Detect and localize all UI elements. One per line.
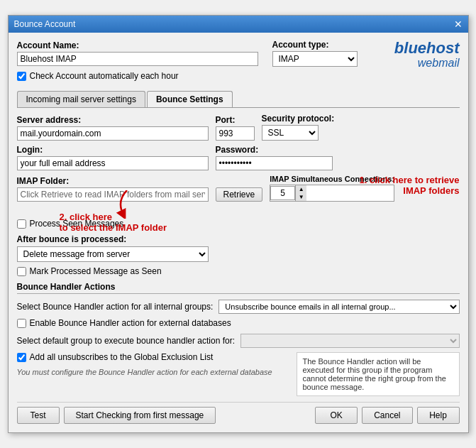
enable-external-label: Enable Bounce Handler action for externa… [30, 318, 231, 328]
close-button[interactable]: ✕ [454, 18, 463, 30]
header-row: Account Name: Account type: IMAP POP3 Ch… [17, 40, 460, 87]
imap-simultaneous-wrapper: ▲ ▼ [270, 185, 394, 202]
tab-bar: Incoming mail server settings Bounce Set… [17, 91, 460, 108]
ok-button[interactable]: OK [315, 407, 358, 424]
help-button[interactable]: Help [417, 407, 460, 424]
retrieve-button[interactable]: Retrieve [216, 187, 263, 202]
after-bounce-label: After bounce is processed: [17, 234, 460, 244]
imap-sim-col: IMAP Simultaneous Connections: ▲ ▼ [270, 175, 394, 202]
add-unsubscribes-row: Add all unsubscribes to the Global Exclu… [17, 352, 289, 362]
login-input[interactable] [17, 156, 209, 170]
process-seen-label: Process Seen Messages [30, 219, 124, 229]
check-auto-row: Check Account automatically each hour [17, 71, 394, 81]
imap-folder-label: IMAP Folder: [17, 176, 209, 186]
spin-up-button[interactable]: ▲ [295, 185, 306, 193]
mark-processed-label: Mark Processed Message as Seen [30, 266, 162, 276]
bottom-section: Add all unsubscribes to the Global Exclu… [17, 352, 460, 396]
disclaimer-text: You must configure the Bounce Handler ac… [17, 368, 289, 376]
tab-content: Server address: Port: Security protocol:… [17, 114, 460, 396]
bottom-left: Add all unsubscribes to the Global Exclu… [17, 352, 289, 396]
server-address-label: Server address: [17, 115, 209, 125]
cancel-button[interactable]: Cancel [362, 407, 412, 424]
footer-buttons: Test Start Checking from first message O… [17, 402, 460, 427]
brand-logo: bluehost webmail [394, 40, 460, 70]
process-seen-row: Process Seen Messages [17, 219, 460, 229]
account-name-row: Account Name: Account type: IMAP POP3 [17, 40, 394, 67]
footer-left-buttons: Test Start Checking from first message [17, 407, 216, 424]
brand-name-line2: webmail [394, 57, 460, 70]
password-col: Password: [216, 145, 333, 170]
account-type-label: Account type: [272, 40, 358, 50]
imap-folder-section-row: IMAP Folder: Retrieve IMAP Simultaneous … [17, 175, 460, 202]
account-type-select[interactable]: IMAP POP3 [272, 51, 358, 67]
check-auto-label: Check Account automatically each hour [30, 71, 179, 81]
bounce-handler-divider: Bounce Handler Actions [17, 282, 460, 294]
bh-action-row: Select Bounce Handler action for all int… [17, 300, 460, 314]
default-group-label: Select default group to execute bounce h… [17, 336, 236, 346]
tab-bounce-settings[interactable]: Bounce Settings [147, 91, 233, 107]
security-col: Security protocol: SSL TLS None [262, 114, 335, 141]
mark-processed-row: Mark Processed Message as Seen [17, 266, 460, 276]
imap-folder-col: IMAP Folder: [17, 176, 209, 202]
account-type-col: Account type: IMAP POP3 [272, 40, 358, 67]
add-unsubscribes-checkbox[interactable] [17, 353, 26, 362]
account-name-col: Account Name: [17, 40, 258, 66]
check-auto-checkbox[interactable] [17, 72, 26, 81]
default-group-select[interactable] [240, 334, 459, 348]
login-label: Login: [17, 145, 209, 155]
start-checking-button[interactable]: Start Checking from first message [64, 407, 216, 424]
process-seen-checkbox[interactable] [17, 219, 26, 229]
header-left: Account Name: Account type: IMAP POP3 Ch… [17, 40, 394, 87]
server-col: Server address: [17, 115, 209, 141]
server-address-input[interactable] [17, 126, 209, 141]
title-bar: Bounce Account ✕ [9, 16, 468, 33]
login-row: Login: Password: [17, 145, 460, 170]
enable-external-checkbox[interactable] [17, 319, 26, 328]
password-input[interactable] [216, 156, 333, 170]
security-select[interactable]: SSL TLS None [262, 125, 319, 141]
bounce-handler-info-text: The Bounce Handler action will be execut… [303, 357, 446, 391]
password-label: Password: [216, 145, 333, 155]
window-content: Account Name: Account type: IMAP POP3 Ch… [9, 33, 468, 432]
bounce-handler-section: Select Bounce Handler action for all int… [17, 300, 460, 396]
login-col: Login: [17, 145, 209, 170]
add-unsubscribes-label: Add all unsubscribes to the Global Exclu… [30, 352, 214, 362]
after-bounce-section: After bounce is processed: Delete messag… [17, 234, 460, 262]
window-title: Bounce Account [14, 19, 76, 29]
imap-simultaneous-label: IMAP Simultaneous Connections: [270, 175, 394, 183]
brand-name-line1: bluehost [394, 40, 460, 57]
port-input[interactable] [216, 126, 255, 141]
imap-folder-input[interactable] [17, 187, 209, 202]
bounce-account-window: Bounce Account ✕ Account Name: Account t… [8, 15, 469, 433]
bh-action-select[interactable]: Unsubscribe bounce emails in all interna… [218, 300, 459, 314]
imap-folder-area: IMAP Folder: Retrieve IMAP Simultaneous … [17, 175, 460, 202]
bh-action-label: Select Bounce Handler action for all int… [17, 302, 214, 312]
server-row: Server address: Port: Security protocol:… [17, 114, 460, 141]
default-group-row: Select default group to execute bounce h… [17, 334, 460, 348]
security-label: Security protocol: [262, 114, 335, 124]
spin-buttons: ▲ ▼ [295, 185, 306, 201]
enable-external-row: Enable Bounce Handler action for externa… [17, 318, 460, 328]
imap-simultaneous-input[interactable] [270, 186, 295, 200]
spin-down-button[interactable]: ▼ [295, 193, 306, 201]
bounce-handler-info-box: The Bounce Handler action will be execut… [297, 352, 460, 396]
port-col: Port: [216, 115, 255, 141]
tab-incoming[interactable]: Incoming mail server settings [17, 91, 145, 107]
after-bounce-select[interactable]: Delete message from server Mark as seen … [17, 246, 209, 262]
footer-right-buttons: OK Cancel Help [315, 407, 459, 424]
port-label: Port: [216, 115, 255, 125]
mark-processed-checkbox[interactable] [17, 267, 26, 276]
test-button[interactable]: Test [17, 407, 60, 424]
account-name-label: Account Name: [17, 40, 258, 50]
account-name-input[interactable] [17, 52, 258, 66]
